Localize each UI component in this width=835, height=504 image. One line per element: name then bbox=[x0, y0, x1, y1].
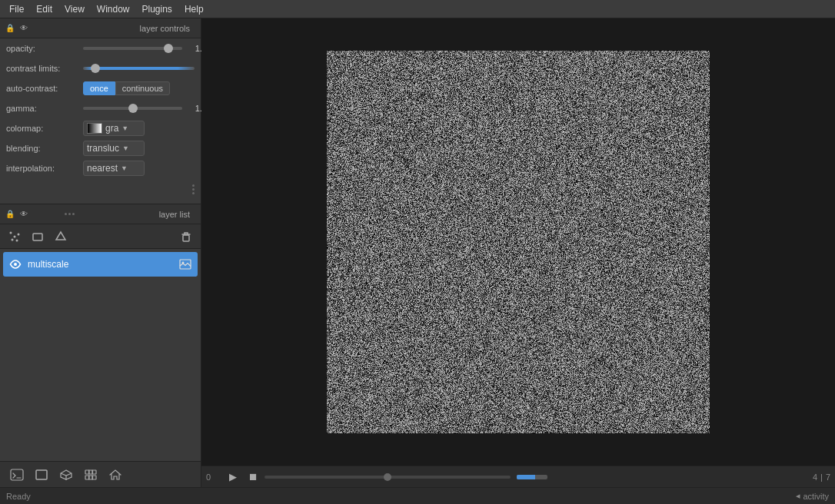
contrast-label: contrast limits: bbox=[6, 64, 83, 73]
console-icon bbox=[10, 469, 24, 481]
add-labels-button[interactable] bbox=[51, 228, 71, 245]
controls-more-button[interactable] bbox=[192, 184, 195, 194]
layer-list-more-button[interactable] bbox=[65, 213, 75, 215]
contrast-row: contrast limits: bbox=[0, 58, 201, 78]
layer-list-title: layer list bbox=[110, 210, 197, 219]
add-shapes-button[interactable] bbox=[28, 228, 48, 245]
svg-rect-12 bbox=[36, 470, 47, 479]
home-button[interactable] bbox=[105, 465, 126, 485]
play-button[interactable]: ▶ bbox=[225, 469, 241, 485]
hdot1 bbox=[65, 213, 67, 215]
2d-button[interactable] bbox=[31, 465, 52, 485]
delete-icon bbox=[180, 230, 192, 243]
controls-area: opacity: 1.0 contrast limits: auto-contr… bbox=[0, 38, 201, 197]
grid-icon bbox=[84, 469, 98, 481]
hdot3 bbox=[72, 213, 75, 215]
interpolation-dropdown-arrow: ▼ bbox=[121, 164, 128, 172]
svg-rect-7 bbox=[183, 235, 189, 241]
dot3 bbox=[192, 192, 195, 194]
playback-bar: 0 ▶ ⏹ 4 | 7 bbox=[201, 466, 835, 487]
hdot2 bbox=[68, 213, 71, 215]
gamma-slider[interactable] bbox=[83, 107, 182, 110]
layer-item[interactable]: multiscale bbox=[3, 252, 198, 277]
colormap-preview bbox=[87, 123, 102, 134]
canvas-main[interactable] bbox=[201, 18, 835, 466]
gamma-row: gamma: 1.0 bbox=[0, 98, 201, 118]
canvas-area: 0 ▶ ⏹ 4 | 7 bbox=[201, 18, 835, 487]
activity-button[interactable]: ◂ activity bbox=[796, 491, 829, 501]
console-button[interactable] bbox=[6, 465, 28, 485]
auto-contrast-continuous-button[interactable]: continuous bbox=[115, 81, 170, 95]
colormap-dropdown-arrow: ▼ bbox=[121, 124, 128, 132]
menu-help[interactable]: Help bbox=[178, 2, 210, 16]
frame-info: 4 | 7 bbox=[813, 472, 830, 482]
square-icon bbox=[35, 469, 48, 481]
frame-total: 7 bbox=[826, 472, 830, 482]
image-icon bbox=[179, 259, 191, 270]
playback-slider[interactable] bbox=[264, 476, 511, 479]
contrast-min-slider[interactable] bbox=[83, 67, 195, 70]
interpolation-value: nearest bbox=[87, 163, 118, 174]
colormap-dropdown[interactable]: gra ▼ bbox=[83, 121, 145, 136]
colormap-label: colormap: bbox=[6, 124, 83, 133]
menu-edit[interactable]: Edit bbox=[30, 2, 58, 16]
activity-arrow: ◂ bbox=[796, 491, 800, 501]
add-points-button[interactable] bbox=[5, 228, 25, 245]
interpolation-row: interpolation: nearest ▼ bbox=[0, 158, 201, 178]
menubar: File Edit View Window Plugins Help bbox=[0, 0, 835, 18]
frame-current: 4 bbox=[813, 472, 817, 482]
gamma-slider-container: 1.0 bbox=[83, 104, 207, 113]
header-icons: 🔒 👁 bbox=[5, 23, 29, 34]
contrast-slider-container bbox=[83, 67, 195, 70]
left-panel: 🔒 👁 layer controls opacity: 1.0 contrast… bbox=[0, 18, 201, 487]
blending-dropdown[interactable]: transluc ▼ bbox=[83, 141, 145, 156]
stop-button[interactable]: ⏹ bbox=[245, 469, 261, 485]
blending-row: blending: transluc ▼ bbox=[0, 138, 201, 158]
points-icon bbox=[8, 230, 21, 243]
menu-view[interactable]: View bbox=[58, 2, 91, 16]
svg-point-2 bbox=[18, 233, 20, 235]
image-canvas bbox=[327, 51, 710, 433]
main-layout: 🔒 👁 layer controls opacity: 1.0 contrast… bbox=[0, 18, 835, 487]
auto-contrast-buttons: once continuous bbox=[83, 81, 170, 95]
layer-eye-icon[interactable]: 👁 bbox=[18, 209, 29, 220]
layer-controls-title: layer controls bbox=[29, 24, 196, 33]
opacity-row: opacity: 1.0 bbox=[0, 38, 201, 58]
lock-icon[interactable]: 🔒 bbox=[5, 23, 15, 34]
layer-list-section: 🔒 👁 layer list bbox=[0, 204, 201, 461]
dot2 bbox=[192, 188, 195, 191]
playback-progress-fill bbox=[517, 475, 535, 479]
delete-layer-button[interactable] bbox=[176, 228, 196, 245]
statusbar: Ready ◂ activity bbox=[0, 487, 835, 504]
blending-dropdown-arrow: ▼ bbox=[122, 144, 129, 152]
svg-point-0 bbox=[10, 231, 12, 234]
colormap-row: colormap: gra ▼ bbox=[0, 118, 201, 138]
bottom-toolbar bbox=[0, 461, 201, 487]
opacity-slider[interactable] bbox=[83, 47, 182, 50]
menu-plugins[interactable]: Plugins bbox=[136, 2, 178, 16]
layer-name: multiscale bbox=[28, 259, 173, 270]
activity-label: activity bbox=[803, 492, 829, 501]
opacity-label: opacity: bbox=[6, 44, 83, 53]
menu-window[interactable]: Window bbox=[91, 2, 136, 16]
layer-lock-icon[interactable]: 🔒 bbox=[5, 209, 15, 220]
menu-file[interactable]: File bbox=[3, 2, 30, 16]
auto-contrast-label: auto-contrast: bbox=[6, 84, 83, 93]
layer-type-image-icon bbox=[178, 257, 193, 272]
svg-rect-5 bbox=[33, 234, 42, 240]
frame-separator: | bbox=[820, 472, 823, 482]
layer-visibility-toggle[interactable] bbox=[8, 257, 23, 272]
eye-open-icon bbox=[9, 260, 22, 269]
auto-contrast-once-button[interactable]: once bbox=[83, 81, 115, 95]
svg-rect-11 bbox=[11, 469, 23, 480]
interpolation-label: interpolation: bbox=[6, 164, 83, 173]
3d-button[interactable] bbox=[55, 465, 77, 485]
eye-icon[interactable]: 👁 bbox=[18, 23, 29, 34]
status-text: Ready bbox=[6, 492, 31, 501]
interpolation-dropdown[interactable]: nearest ▼ bbox=[83, 161, 145, 176]
blending-value: transluc bbox=[87, 143, 119, 154]
labels-icon bbox=[55, 230, 67, 243]
dot1 bbox=[192, 184, 195, 187]
svg-point-4 bbox=[16, 239, 18, 241]
grid-button[interactable] bbox=[80, 465, 101, 485]
